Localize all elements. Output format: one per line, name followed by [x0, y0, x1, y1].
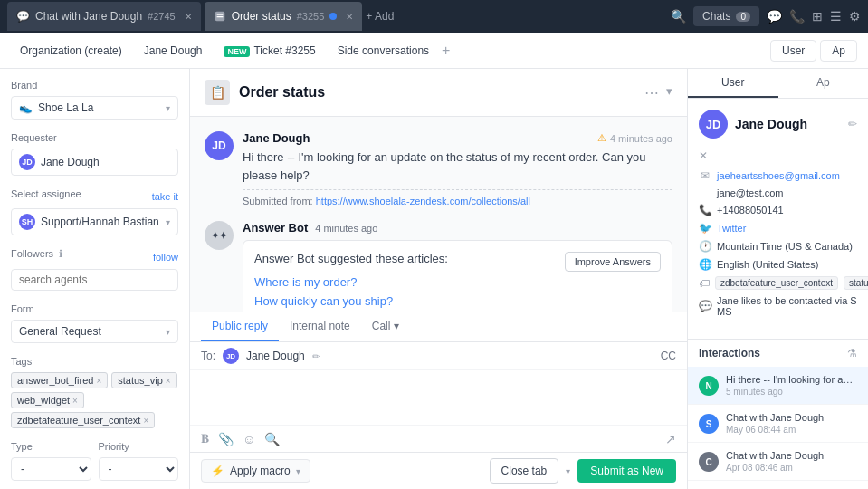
app-tab-button[interactable]: Ap: [820, 40, 857, 62]
svg-rect-2: [216, 16, 223, 17]
more-options-icon[interactable]: ⋯: [644, 84, 659, 101]
tab-order-status[interactable]: Order status #3255 ✕: [205, 2, 363, 31]
add-tab-button[interactable]: + Add: [366, 10, 394, 23]
follow-link[interactable]: follow: [153, 252, 178, 263]
interaction-item-2[interactable]: S Chat with Jane Dough May 06 08:44 am: [688, 405, 868, 443]
submitted-link[interactable]: https://www.shoelala-zendesk.com/collect…: [316, 196, 530, 206]
ticket-icon: 📋: [205, 80, 230, 105]
twitter-icon: 🐦: [699, 222, 711, 235]
edit-icon[interactable]: ✏: [312, 351, 320, 361]
more-reply-icon[interactable]: ↗: [665, 432, 676, 446]
type-select[interactable]: -: [11, 457, 91, 481]
twitter-value: Twitter: [717, 223, 746, 234]
messages-area: JD Jane Dough ⚠ 4 minutes ago Hi there -…: [190, 117, 687, 312]
bot-message-item: ✦✦ Answer Bot 4 minutes ago Answer Bot s…: [205, 221, 672, 312]
tab-ap[interactable]: Ap: [778, 69, 869, 98]
tab-call[interactable]: Call ▾: [361, 312, 410, 341]
user-link[interactable]: Jane Dough: [135, 39, 212, 62]
tab-internal-note[interactable]: Internal note: [279, 312, 361, 341]
search-content-icon[interactable]: 🔍: [264, 432, 280, 446]
apply-macro-button[interactable]: ⚡ Apply macro ▾: [201, 459, 310, 483]
requester-name: Jane Dough: [41, 156, 100, 168]
list-icon[interactable]: ☰: [830, 9, 842, 24]
interaction-item-1[interactable]: N Hi there -- I'm looking for an update …: [688, 367, 868, 405]
filter-icon[interactable]: ⚗: [847, 347, 857, 360]
form-field[interactable]: General Request ▾: [11, 320, 178, 343]
bot-link-2[interactable]: How quickly can you ship?: [254, 294, 393, 308]
new-badge: NEW: [224, 46, 250, 57]
sender-name: Jane Dough: [243, 131, 310, 145]
collapse-icon[interactable]: ▾: [666, 84, 672, 101]
tag-close-icon[interactable]: ×: [72, 396, 78, 406]
center-panel: 📋 Order status ⋯ ▾ JD Jane Dough ⚠ 4 min…: [190, 69, 687, 489]
bold-icon[interactable]: 𝐁: [201, 431, 209, 446]
submit-button[interactable]: Submit as New: [577, 459, 676, 483]
chat-icon: 💬: [16, 10, 30, 23]
tag-zdbeta[interactable]: zdbetafeature_user_context ×: [11, 412, 155, 428]
take-it-link[interactable]: take it: [152, 191, 178, 202]
close-contact-icon[interactable]: ✕: [699, 149, 708, 162]
emoji-icon[interactable]: ☺: [243, 432, 255, 446]
brand-field[interactable]: 👟 Shoe La La ▾: [11, 96, 178, 120]
warning-icon: ⚠: [597, 132, 606, 144]
tab-public-reply[interactable]: Public reply: [201, 312, 279, 341]
tags-section: Tags answer_bot_fired × status_vip × web…: [11, 356, 178, 428]
tab-chat[interactable]: 💬 Chat with Jane Dough #2745 ✕: [7, 2, 201, 31]
email-icon: ✉: [699, 169, 711, 182]
dropdown-arrow-icon[interactable]: ▾: [566, 466, 570, 476]
close-tab-button[interactable]: Close tab: [490, 458, 559, 484]
chats-label: Chats: [702, 10, 730, 23]
brand-value: Shoe La La: [38, 101, 160, 114]
cc-button[interactable]: CC: [661, 350, 676, 362]
apps-icon[interactable]: ⚙: [849, 9, 861, 24]
right-tabs: User Ap: [688, 69, 868, 99]
plus-button[interactable]: +: [442, 43, 450, 59]
email1-value: jaeheartsshoes@gmail.com: [717, 170, 840, 181]
chats-button[interactable]: Chats 0: [693, 6, 759, 26]
message-content: Jane Dough ⚠ 4 minutes ago Hi there -- I…: [243, 131, 672, 206]
customer-avatar: JD: [205, 131, 234, 160]
order-icon: [214, 10, 226, 23]
edit-profile-icon[interactable]: ✏: [848, 118, 857, 130]
tag-answer-bot[interactable]: answer_bot_fired ×: [11, 372, 108, 388]
tag-close-icon[interactable]: ×: [166, 376, 171, 386]
bot-link-1[interactable]: Where is my order?: [254, 275, 357, 289]
globe-icon: 🌐: [699, 258, 711, 271]
assignee-field[interactable]: SH Support/Hannah Bastian ▾: [11, 208, 178, 235]
ticket-link[interactable]: NEWTicket #3255: [215, 39, 324, 62]
interaction-item-3[interactable]: C Chat with Jane Dough Apr 08 08:46 am: [688, 443, 868, 481]
attachment-icon[interactable]: 📎: [218, 432, 234, 446]
interaction-item-4[interactable]: C hello i need help - when will i get my…: [688, 481, 868, 489]
reply-input[interactable]: [190, 370, 687, 425]
improve-answers-button[interactable]: Improve Answers: [565, 252, 661, 272]
interactions-header: Interactions ⚗: [688, 339, 868, 367]
search-icon[interactable]: 🔍: [671, 9, 686, 24]
phone-icon[interactable]: 📞: [789, 9, 805, 24]
sub-nav: Organization (create) Jane Dough NEWTick…: [0, 33, 868, 69]
tag-close-icon[interactable]: ×: [143, 416, 148, 426]
tab-order-close[interactable]: ✕: [346, 12, 353, 22]
chat-bubble-icon[interactable]: 💬: [767, 9, 782, 24]
requester-field[interactable]: JD Jane Dough: [11, 149, 178, 176]
search-agents-input[interactable]: [11, 269, 178, 291]
org-create-link[interactable]: Organization (create): [11, 39, 131, 62]
tag-web-widget[interactable]: web_widget ×: [11, 392, 84, 408]
form-label: Form: [11, 303, 178, 314]
status-dot: [329, 13, 337, 20]
side-conversations-link[interactable]: Side conversations: [329, 39, 438, 62]
user-tab-button[interactable]: User: [770, 40, 816, 62]
tab-order-label: Order status: [232, 10, 291, 23]
language-row: 🌐 English (United States): [699, 258, 857, 271]
email2-value: jane@test.com: [717, 187, 784, 198]
assignee-chevron-icon: ▾: [166, 217, 170, 227]
grid-icon[interactable]: ⊞: [812, 9, 823, 24]
sms-note: Jane likes to be contacted via SMS: [717, 295, 857, 317]
tag-close-icon[interactable]: ×: [96, 376, 101, 386]
bot-links-list: Where is my order? How quickly can you s…: [254, 273, 661, 312]
tag-status-vip[interactable]: status_vip ×: [111, 372, 176, 388]
tab-user[interactable]: User: [688, 69, 778, 98]
priority-select[interactable]: -: [99, 457, 179, 481]
interaction-content-3: Chat with Jane Dough Apr 08 08:46 am: [726, 450, 857, 473]
chats-badge: 0: [736, 12, 750, 22]
tab-chat-close[interactable]: ✕: [185, 12, 192, 22]
